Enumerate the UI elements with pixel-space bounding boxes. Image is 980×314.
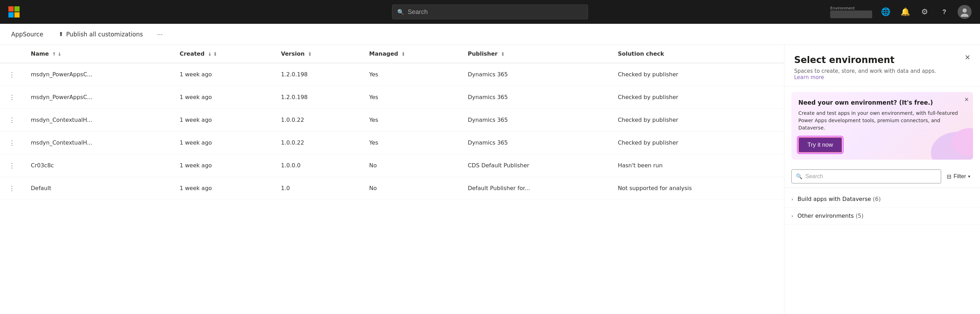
environment-selector[interactable]: Environment: [830, 6, 872, 18]
appsource-label: AppSource: [11, 31, 43, 38]
col-version-label: Version: [281, 50, 305, 57]
appsource-nav-item[interactable]: AppSource: [7, 28, 48, 41]
col-solutioncheck-header: Solution check: [611, 45, 784, 63]
promo-card: ✕ Need your own environment? (It's free.…: [791, 92, 973, 159]
row-managed-cell: Yes: [362, 86, 461, 108]
env-group-dataverse[interactable]: › Build apps with Dataverse (6): [784, 191, 980, 207]
filter-icon: ⊟: [947, 173, 951, 180]
row-managed-cell: No: [362, 154, 461, 177]
filter-chevron-icon: ▾: [968, 174, 970, 179]
row-solutioncheck-cell: Checked by publisher: [611, 131, 784, 154]
filter-label: Filter: [953, 173, 966, 180]
col-menu-header: [0, 45, 24, 63]
col-created-header[interactable]: Created ↓ ↕: [173, 45, 274, 63]
row-name-cell: Cr03c8c: [24, 154, 173, 177]
more-options-button[interactable]: ···: [154, 29, 165, 40]
publish-nav-item[interactable]: ⬆ Publish all customizations: [55, 28, 147, 41]
panel-search-input-wrap[interactable]: 🔍: [791, 169, 941, 183]
row-solutioncheck-cell: Hasn't been run: [611, 154, 784, 177]
table-row[interactable]: ⋮ msdyn_ContextualH... 1 week ago 1.0.0.…: [0, 108, 784, 131]
row-version-cell: 1.0.0.22: [274, 131, 362, 154]
row-version-cell: 1.0.0.22: [274, 108, 362, 131]
svg-rect-1: [14, 6, 20, 11]
env-group-other-label: Other environments (5): [798, 212, 864, 219]
row-menu-cell: ⋮: [0, 131, 24, 154]
row-menu-cell: ⋮: [0, 154, 24, 177]
col-solutioncheck-label: Solution check: [618, 50, 664, 57]
col-version-header[interactable]: Version ↕: [274, 45, 362, 63]
panel-subtitle: Spaces to create, store, and work with d…: [794, 68, 970, 81]
col-managed-header[interactable]: Managed ↕: [362, 45, 461, 63]
notifications-button[interactable]: 🔔: [899, 6, 912, 18]
row-menu-button[interactable]: ⋮: [7, 115, 17, 125]
env-group-other[interactable]: › Other environments (5): [784, 207, 980, 225]
row-version-cell: 1.2.0.198: [274, 63, 362, 86]
col-name-label: Name: [31, 50, 49, 57]
avatar[interactable]: [958, 5, 972, 19]
row-created-cell: 1 week ago: [173, 108, 274, 131]
table-row[interactable]: ⋮ Cr03c8c 1 week ago 1.0.0.0 No CDS Defa…: [0, 154, 784, 177]
row-managed-cell: Yes: [362, 63, 461, 86]
row-name-cell: msdyn_ContextualH...: [24, 131, 173, 154]
chevron-right-icon: ›: [791, 196, 794, 202]
row-managed-cell: No: [362, 177, 461, 199]
row-name-cell: msdyn_PowerAppsC...: [24, 63, 173, 86]
table-row[interactable]: ⋮ msdyn_PowerAppsC... 1 week ago 1.2.0.1…: [0, 86, 784, 108]
env-label: Environment: [830, 6, 855, 11]
row-managed-cell: Yes: [362, 108, 461, 131]
panel-search-input[interactable]: [805, 173, 937, 180]
name-sort-icon: ↑ ↓: [52, 51, 61, 57]
panel-search-row: 🔍 ⊟ Filter ▾: [784, 165, 980, 188]
try-it-now-button[interactable]: Try it now: [799, 137, 842, 153]
search-input[interactable]: [408, 8, 583, 16]
col-publisher-header[interactable]: Publisher ↕: [461, 45, 611, 63]
row-menu-cell: ⋮: [0, 177, 24, 199]
row-menu-button[interactable]: ⋮: [7, 69, 17, 80]
row-name-cell: msdyn_PowerAppsC...: [24, 86, 173, 108]
row-menu-button[interactable]: ⋮: [7, 92, 17, 102]
publish-icon: ⬆: [59, 31, 64, 37]
promo-decoration: [917, 124, 973, 159]
gear-icon: ⚙: [921, 7, 928, 16]
row-publisher-cell: Dynamics 365: [461, 86, 611, 108]
row-menu-cell: ⋮: [0, 108, 24, 131]
globe-icon: 🌐: [881, 7, 890, 16]
row-name-cell: msdyn_ContextualH...: [24, 108, 173, 131]
promo-title: Need your own environment? (It's free.): [799, 99, 966, 106]
col-name-header[interactable]: Name ↑ ↓: [24, 45, 173, 63]
row-publisher-cell: Dynamics 365: [461, 131, 611, 154]
panel-close-button[interactable]: ✕: [962, 52, 973, 63]
row-publisher-cell: Default Publisher for...: [461, 177, 611, 199]
svg-point-5: [961, 14, 969, 17]
env-value-display[interactable]: [830, 11, 872, 18]
top-search-bar[interactable]: 🔍: [392, 5, 588, 19]
row-menu-button[interactable]: ⋮: [7, 183, 17, 194]
secondary-navigation: AppSource ⬆ Publish all customizations ·…: [0, 24, 980, 45]
promo-close-button[interactable]: ✕: [964, 96, 969, 103]
help-button[interactable]: ?: [938, 6, 951, 18]
help-icon: ?: [943, 8, 947, 16]
svg-rect-2: [8, 12, 14, 18]
close-icon: ✕: [965, 53, 970, 62]
panel-header: Select environment Spaces to create, sto…: [784, 45, 980, 86]
avatar-icon: [960, 7, 969, 17]
nav-logo: [8, 6, 20, 18]
search-icon: 🔍: [397, 9, 404, 15]
row-menu-button[interactable]: ⋮: [7, 160, 17, 171]
table-row[interactable]: ⋮ Default 1 week ago 1.0 No Default Publ…: [0, 177, 784, 199]
microsoft-logo-icon: [8, 6, 20, 18]
col-managed-label: Managed: [369, 50, 398, 57]
row-menu-button[interactable]: ⋮: [7, 137, 17, 148]
learn-more-link[interactable]: Learn more: [794, 74, 824, 81]
env-group-dataverse-label: Build apps with Dataverse (6): [798, 196, 881, 202]
table-row[interactable]: ⋮ msdyn_PowerAppsC... 1 week ago 1.2.0.1…: [0, 63, 784, 86]
settings-button[interactable]: ⚙: [918, 6, 931, 18]
environment-groups: › Build apps with Dataverse (6) › Other …: [784, 188, 980, 314]
globe-icon-button[interactable]: 🌐: [879, 6, 892, 18]
panel-title: Select environment: [794, 54, 970, 65]
col-publisher-label: Publisher: [468, 50, 497, 57]
table-row[interactable]: ⋮ msdyn_ContextualH... 1 week ago 1.0.0.…: [0, 131, 784, 154]
content-area: Name ↑ ↓ Created ↓ ↕ Version ↕ Managed ↕: [0, 45, 784, 314]
filter-button[interactable]: ⊟ Filter ▾: [944, 172, 973, 181]
panel-search-icon: 🔍: [796, 173, 803, 180]
